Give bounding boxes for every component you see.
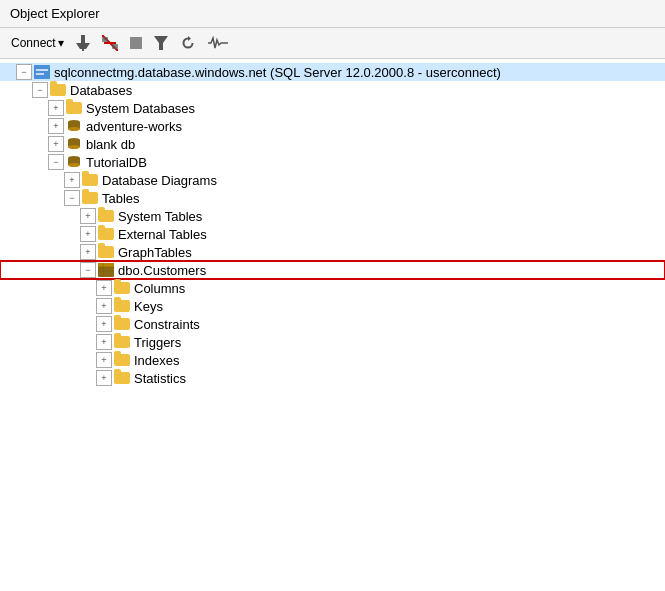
- server-node[interactable]: − sqlconnectmg.database.windows.net (SQL…: [0, 63, 665, 81]
- svg-rect-22: [98, 263, 114, 267]
- svg-rect-5: [102, 37, 108, 42]
- statistics-label: Statistics: [134, 371, 186, 386]
- indexes-label: Indexes: [134, 353, 180, 368]
- external-tables-folder-icon: [98, 228, 114, 240]
- keys-expand-btn[interactable]: +: [96, 298, 112, 314]
- system-tables-node[interactable]: + System Tables: [0, 207, 665, 225]
- external-tables-expand-btn[interactable]: +: [80, 226, 96, 242]
- columns-folder-icon: [114, 282, 130, 294]
- databases-node[interactable]: − Databases: [0, 81, 665, 99]
- database-diagrams-node[interactable]: + Database Diagrams: [0, 171, 665, 189]
- toolbar: Connect ▾: [0, 28, 665, 59]
- tutorialdb-label: TutorialDB: [86, 155, 147, 170]
- dbo-customers-table-icon: [98, 263, 114, 277]
- system-databases-node[interactable]: + System Databases: [0, 99, 665, 117]
- tutorialdb-expand-btn[interactable]: −: [48, 154, 64, 170]
- activity-icon: [208, 36, 228, 50]
- system-databases-expand-btn[interactable]: +: [48, 100, 64, 116]
- databases-label: Databases: [70, 83, 132, 98]
- svg-marker-8: [154, 36, 168, 50]
- dbo-customers-node[interactable]: − dbo.Customers: [0, 261, 665, 279]
- connect-dropdown-arrow: ▾: [58, 36, 64, 50]
- graph-tables-expand-btn[interactable]: +: [80, 244, 96, 260]
- window-title: Object Explorer: [10, 6, 100, 21]
- graph-tables-node[interactable]: + GraphTables: [0, 243, 665, 261]
- blank-db-expand-btn[interactable]: +: [48, 136, 64, 152]
- external-tables-node[interactable]: + External Tables: [0, 225, 665, 243]
- svg-rect-0: [81, 35, 85, 43]
- svg-point-20: [68, 163, 80, 167]
- indexes-folder-icon: [114, 354, 130, 366]
- server-icon: [34, 65, 50, 79]
- system-databases-label: System Databases: [86, 101, 195, 116]
- statistics-expand-btn[interactable]: +: [96, 370, 112, 386]
- triggers-expand-btn[interactable]: +: [96, 334, 112, 350]
- svg-rect-10: [36, 69, 48, 71]
- external-tables-label: External Tables: [118, 227, 207, 242]
- keys-label: Keys: [134, 299, 163, 314]
- database-diagrams-expand-btn[interactable]: +: [64, 172, 80, 188]
- connect-label: Connect: [11, 36, 56, 50]
- system-tables-label: System Tables: [118, 209, 202, 224]
- databases-folder-icon: [50, 84, 66, 96]
- constraints-label: Constraints: [134, 317, 200, 332]
- system-tables-folder-icon: [98, 210, 114, 222]
- indexes-expand-btn[interactable]: +: [96, 352, 112, 368]
- triggers-folder-icon: [114, 336, 130, 348]
- graph-tables-folder-icon: [98, 246, 114, 258]
- keys-node[interactable]: + Keys: [0, 297, 665, 315]
- svg-point-14: [68, 127, 80, 131]
- constraints-expand-btn[interactable]: +: [96, 316, 112, 332]
- tables-expand-btn[interactable]: −: [64, 190, 80, 206]
- graph-tables-label: GraphTables: [118, 245, 192, 260]
- refresh-icon: [180, 35, 196, 51]
- adventure-works-expand-btn[interactable]: +: [48, 118, 64, 134]
- filter-button[interactable]: [149, 33, 173, 53]
- filter-icon: [154, 36, 168, 50]
- tables-folder-icon: [82, 192, 98, 204]
- system-databases-folder-icon: [66, 102, 82, 114]
- constraints-folder-icon: [114, 318, 130, 330]
- adventure-works-db-icon: [66, 119, 82, 133]
- tables-node[interactable]: − Tables: [0, 189, 665, 207]
- columns-label: Columns: [134, 281, 185, 296]
- refresh-button[interactable]: [175, 32, 201, 54]
- blank-db-node[interactable]: + blank db: [0, 135, 665, 153]
- server-label: sqlconnectmg.database.windows.net (SQL S…: [54, 65, 501, 80]
- blank-db-label: blank db: [86, 137, 135, 152]
- statistics-node[interactable]: + Statistics: [0, 369, 665, 387]
- connect-button[interactable]: Connect ▾: [6, 33, 69, 53]
- svg-point-17: [68, 145, 80, 149]
- adventure-works-label: adventure-works: [86, 119, 182, 134]
- dbo-customers-expand-btn[interactable]: −: [80, 262, 96, 278]
- object-explorer-tree[interactable]: − sqlconnectmg.database.windows.net (SQL…: [0, 59, 665, 590]
- database-diagrams-label: Database Diagrams: [102, 173, 217, 188]
- constraints-node[interactable]: + Constraints: [0, 315, 665, 333]
- triggers-node[interactable]: + Triggers: [0, 333, 665, 351]
- adventure-works-node[interactable]: + adventure-works: [0, 117, 665, 135]
- svg-marker-1: [76, 43, 90, 49]
- svg-rect-6: [112, 44, 118, 49]
- keys-folder-icon: [114, 300, 130, 312]
- stop-icon: [130, 37, 142, 49]
- tutorialdb-node[interactable]: − TutorialDB: [0, 153, 665, 171]
- pin-icon: [76, 35, 90, 51]
- indexes-node[interactable]: + Indexes: [0, 351, 665, 369]
- columns-expand-btn[interactable]: +: [96, 280, 112, 296]
- svg-rect-2: [82, 49, 84, 51]
- svg-rect-11: [36, 73, 44, 75]
- database-diagrams-folder-icon: [82, 174, 98, 186]
- server-expand-btn[interactable]: −: [16, 64, 32, 80]
- stop-button[interactable]: [125, 34, 147, 52]
- databases-expand-btn[interactable]: −: [32, 82, 48, 98]
- system-tables-expand-btn[interactable]: +: [80, 208, 96, 224]
- svg-rect-7: [130, 37, 142, 49]
- statistics-folder-icon: [114, 372, 130, 384]
- columns-node[interactable]: + Columns: [0, 279, 665, 297]
- blank-db-icon: [66, 137, 82, 151]
- activity-monitor-button[interactable]: [203, 33, 233, 53]
- tables-label: Tables: [102, 191, 140, 206]
- svg-rect-9: [34, 65, 50, 79]
- filter-connections-button[interactable]: [71, 32, 95, 54]
- disconnect-button[interactable]: [97, 32, 123, 54]
